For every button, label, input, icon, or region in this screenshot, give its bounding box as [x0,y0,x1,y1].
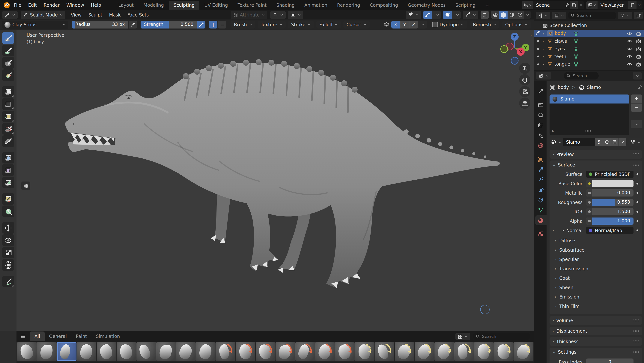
mirror-axis-y[interactable]: Y [400,21,409,29]
brush-asset-2[interactable] [57,342,76,361]
viewlayer-selector[interactable]: ViewLayer ✕ [586,1,642,9]
viewlayer-copy-button[interactable] [628,1,636,9]
tool-draw[interactable] [2,32,14,44]
brush-asset-24[interactable] [494,342,514,361]
workspace-tab-modeling[interactable]: Modeling [138,1,169,10]
mirror-axis-z[interactable]: Z [409,21,418,29]
property-row-normal[interactable]: ›NormalNormal/Map [552,227,638,234]
brush-asset-8[interactable] [176,342,196,361]
brush-asset-15[interactable] [315,342,335,361]
tool-line-project[interactable] [2,135,14,147]
outliner-display-mode[interactable] [536,12,550,19]
viewport-menu-mask[interactable]: Mask [106,10,124,20]
shelf-tab-all[interactable]: All [30,331,44,341]
properties-tab-view-layer[interactable] [536,121,545,129]
properties-search[interactable] [564,72,599,80]
shading-wireframe-button[interactable] [491,11,499,19]
tool-move[interactable] [2,222,14,234]
properties-editor-type[interactable] [536,72,551,80]
subpanel-subsurface[interactable]: ›Subsurface [553,246,638,253]
eye-icon[interactable] [627,61,632,67]
properties-tab-texture[interactable] [536,229,545,238]
outliner-row-body[interactable]: ›body [534,30,644,37]
workspace-tab-shading[interactable]: Shading [272,1,300,10]
brush-asset-5[interactable] [116,342,136,361]
unlink-material-button[interactable] [619,138,626,146]
shelf-menu-icon[interactable] [20,333,26,339]
dyntopo-toggle[interactable]: Dyntopo [430,21,467,29]
material-nodetree-dropdown[interactable] [629,138,642,146]
tool-cloth-filter[interactable] [2,164,14,176]
brush-menu-falloff[interactable]: Falloff [316,21,341,29]
brush-asset-14[interactable] [296,342,315,361]
brush-menu-cursor[interactable]: Cursor [344,21,370,29]
subpanel-sheen[interactable]: ›Sheen [553,284,638,291]
tool-mask-by-color[interactable] [2,205,14,217]
brush-menu-texture[interactable]: Texture [258,21,286,29]
browse-material-dropdown[interactable] [550,138,563,146]
expand-chevron[interactable]: › [542,39,544,43]
property-row-surface[interactable]: SurfacePrincipled BSDF [552,171,638,178]
expand-chevron[interactable]: › [543,31,544,36]
viewport-menu-face-sets[interactable]: Face Sets [124,10,152,20]
properties-tab-object[interactable] [536,155,545,163]
brush-selector[interactable]: Clay Strips [2,21,68,29]
outliner-row-claws[interactable]: ›claws [534,37,644,45]
breadcrumb-material[interactable]: Siamo [587,85,601,90]
brush-add-button[interactable]: + [209,21,218,29]
brush-asset-4[interactable] [97,342,116,361]
shelf-display-dropdown[interactable] [456,333,470,340]
slot-expand-icon[interactable]: ▶ [552,129,554,133]
properties-tab-constraints[interactable] [536,196,545,204]
slot-resize-grip[interactable] [585,130,591,132]
properties-tab-material[interactable] [536,216,545,225]
workspace-tab-animation[interactable]: Animation [300,1,332,10]
property-row-ior[interactable]: IOR1.500 [552,208,638,215]
outliner-search-input[interactable] [577,13,614,18]
animate-dot[interactable] [636,183,638,184]
panel-collapse-arrow[interactable]: ‹ [530,33,532,39]
material-users-count[interactable]: 5 [595,138,603,146]
settings-panel-header[interactable]: ⌄Settings [550,348,642,356]
brush-asset-16[interactable] [335,342,354,361]
property-row-metallic[interactable]: Metallic0.000 [552,189,638,196]
fade-inactive-dropdown[interactable] [463,11,478,19]
tool-face-set-box[interactable] [2,111,14,122]
tool-annotate[interactable] [2,276,14,287]
animate-dot[interactable] [636,229,638,231]
tool-rotate[interactable] [2,234,14,246]
subpanel-thin-film[interactable]: ›Thin Film [553,303,638,310]
shading-rendered-button[interactable] [516,11,524,19]
camera-visibility-icon[interactable] [636,31,642,36]
brush-asset-20[interactable] [414,342,434,361]
visibility-dropdown[interactable] [406,11,421,19]
animate-dot[interactable] [636,201,638,203]
brush-asset-12[interactable] [256,342,275,361]
shelf-tab-paint[interactable]: Paint [71,331,91,341]
outliner-row-tongue[interactable]: ›tongue [534,60,644,68]
brush-asset-22[interactable] [454,342,474,361]
eye-icon[interactable] [627,31,632,36]
menu-file[interactable]: File [10,0,25,10]
properties-tab-modifiers[interactable] [536,165,545,173]
show-overlays-toggle[interactable] [443,11,461,19]
tool-mask-box[interactable] [2,86,14,98]
properties-tab-physics[interactable] [536,186,545,194]
subpanel-diffuse[interactable]: ›Diffuse [553,237,638,244]
tool-smear[interactable] [2,57,14,69]
brush-asset-18[interactable] [375,342,394,361]
slot-add-button[interactable] [631,95,642,103]
remesh-dropdown[interactable]: Remesh [470,21,499,29]
material-slot-Siamo[interactable]: Siamo [550,95,630,104]
new-collection-button[interactable] [634,12,643,19]
blender-logo-icon[interactable] [3,1,10,9]
workspace-tab-texture-paint[interactable]: Texture Paint [233,1,272,10]
brush-asset-10[interactable] [216,342,236,361]
tool-color-filter[interactable] [2,177,14,188]
subpanel-specular[interactable]: ›Specular [553,256,638,263]
falloff-shape-dropdown[interactable] [270,11,286,19]
workspace-tab-rendering[interactable]: Rendering [332,1,365,10]
workspace-tab-scripting[interactable]: Scripting [450,1,480,10]
brush-display-dropdown[interactable] [288,11,303,19]
subpanel-coat[interactable]: ›Coat [553,274,638,282]
